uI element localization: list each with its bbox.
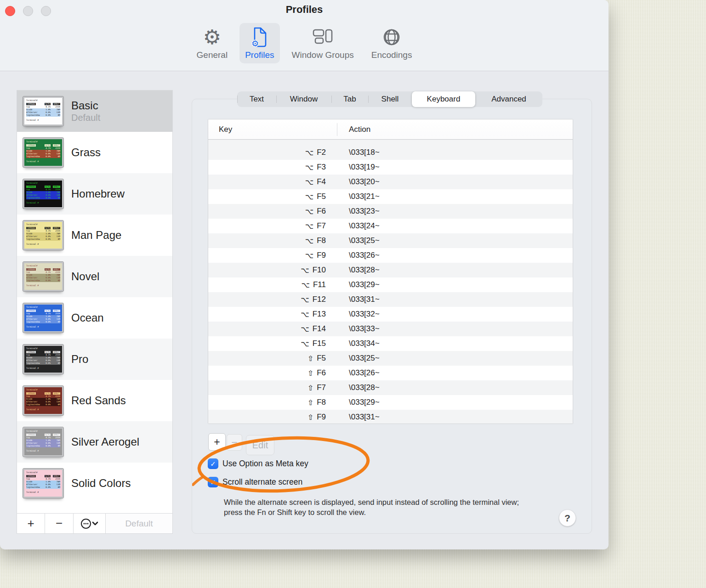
key-label: F15 xyxy=(313,339,326,348)
set-default-button[interactable]: Default xyxy=(106,514,172,533)
profile-list-item[interactable]: Terminal# COMMAND %CPU RPRVT top4.1%231K… xyxy=(17,256,172,297)
key-label: F13 xyxy=(313,310,326,319)
table-header: Key Action xyxy=(208,119,573,140)
key-binding-row[interactable]: ⌥ F11 \033[29~ xyxy=(208,277,573,292)
add-profile-button[interactable]: + xyxy=(17,514,45,533)
key-binding-row[interactable]: ⌥ F9 \033[26~ xyxy=(208,248,573,263)
key-binding-row[interactable]: ⌥ F7 \033[24~ xyxy=(208,219,573,233)
toolbar-item-general[interactable]: ⚙ General xyxy=(191,23,233,63)
modifier-key-icon: ⌥ xyxy=(301,310,309,319)
tab[interactable]: Text xyxy=(237,91,276,107)
modifier-key-icon: ⌥ xyxy=(305,207,313,216)
profile-list-item[interactable]: Terminal# COMMAND %CPU RPRVT top4.1%231K… xyxy=(17,421,172,463)
action-value: \033[21~ xyxy=(337,192,380,201)
help-button[interactable]: ? xyxy=(559,509,576,526)
modifier-key-icon: ⌥ xyxy=(301,295,309,304)
tab[interactable]: Window xyxy=(276,91,331,107)
key-binding-row[interactable]: ⇧ F5 \033[25~ xyxy=(208,351,573,366)
toolbar-item-label: Window Groups xyxy=(292,50,354,60)
key-binding-row[interactable]: ⌥ F12 \033[31~ xyxy=(208,292,573,307)
key-label: F4 xyxy=(317,177,326,187)
profile-thumbnail: Terminal# COMMAND %CPU RPRVT top4.1%231K… xyxy=(23,303,63,333)
scroll-alternate-screen-row: Scroll alternate screen xyxy=(208,477,302,487)
key-label: F2 xyxy=(317,148,326,157)
profile-list-item[interactable]: Terminal# COMMAND %CPU RPRVT top4.1%231K… xyxy=(17,132,172,173)
profile-thumbnail: Terminal# COMMAND %CPU RPRVT top4.1%231K… xyxy=(23,469,63,498)
profile-list-item[interactable]: Terminal# COMMAND %CPU RPRVT top4.1%231K… xyxy=(17,173,172,215)
remove-profile-button[interactable]: − xyxy=(45,514,74,533)
modifier-key-icon: ⌥ xyxy=(301,325,309,334)
tab[interactable]: Keyboard xyxy=(412,91,475,107)
profile-name: Solid Colors xyxy=(71,477,131,490)
clipped-row xyxy=(208,140,573,145)
keyboard-settings-panel: Key Action ⌥ F2 \033[18~ xyxy=(192,99,592,534)
checkbox-label: Scroll alternate screen xyxy=(222,477,302,487)
key-binding-row[interactable]: ⇧ F9 \033[31~ xyxy=(208,410,573,424)
key-binding-row[interactable]: ⌥ F8 \033[25~ xyxy=(208,233,573,248)
toolbar-item-window-groups[interactable]: Window Groups xyxy=(286,23,359,63)
key-binding-row[interactable]: ⌥ F5 \033[21~ xyxy=(208,189,573,204)
window-title: Profiles xyxy=(0,4,609,16)
key-binding-row[interactable]: ⇧ F6 \033[26~ xyxy=(208,366,573,380)
profile-list-item[interactable]: Terminal# COMMAND %CPU RPRVT top4.1%231K… xyxy=(17,215,172,256)
key-binding-row[interactable]: ⌥ F2 \033[18~ xyxy=(208,145,573,160)
column-header-key: Key xyxy=(208,125,337,134)
key-binding-row[interactable]: ⌥ F3 \033[19~ xyxy=(208,160,573,175)
tab[interactable]: Advanced xyxy=(475,91,542,107)
modifier-key-icon: ⌥ xyxy=(305,222,313,231)
key-binding-row[interactable]: ⌥ F10 \033[28~ xyxy=(208,263,573,277)
alternate-screen-help-text: While the alternate screen is displayed,… xyxy=(224,498,532,517)
profile-name: Novel xyxy=(71,270,99,283)
key-binding-row[interactable]: ⇧ F8 \033[29~ xyxy=(208,395,573,410)
modifier-key-icon: ⌥ xyxy=(305,192,313,201)
more-options-icon xyxy=(80,518,99,529)
profile-name: Ocean xyxy=(71,311,104,324)
key-binding-row[interactable]: ⇧ F7 \033[28~ xyxy=(208,380,573,395)
action-value: \033[31~ xyxy=(337,413,380,422)
key-binding-row[interactable]: ⌥ F4 \033[20~ xyxy=(208,175,573,189)
action-value: \033[19~ xyxy=(337,163,380,172)
profile-list-item[interactable]: Terminal# COMMAND %CPU RPRVT top4.1%231K… xyxy=(17,90,172,132)
key-binding-row[interactable]: ⌥ F15 \033[34~ xyxy=(208,336,573,351)
scroll-alternate-screen-checkbox[interactable] xyxy=(208,477,218,487)
key-binding-row[interactable]: ⌥ F14 \033[33~ xyxy=(208,322,573,336)
key-label: F8 xyxy=(317,236,326,245)
action-value: \033[25~ xyxy=(337,236,380,245)
profile-thumbnail: Terminal# COMMAND %CPU RPRVT top4.1%231K… xyxy=(23,345,63,374)
svg-text:⚙: ⚙ xyxy=(251,39,259,48)
profile-name: Pro xyxy=(71,353,88,366)
modifier-key-icon: ⌥ xyxy=(301,339,309,348)
tab[interactable]: Shell xyxy=(368,91,412,107)
profile-default-badge: Default xyxy=(71,113,100,123)
profile-list-item[interactable]: Terminal# COMMAND %CPU RPRVT top4.1%231K… xyxy=(17,297,172,339)
action-value: \033[28~ xyxy=(337,266,380,275)
titlebar: Profiles ⚙ General ⚙ Profiles xyxy=(0,0,609,71)
action-value: \033[20~ xyxy=(337,177,380,187)
profile-tabs: Text Window Tab Shell Keyboard Advanced xyxy=(237,91,542,107)
key-label: F6 xyxy=(317,207,326,216)
tab[interactable]: Tab xyxy=(331,91,368,107)
more-options-button[interactable] xyxy=(74,514,106,533)
key-binding-row[interactable]: ⌥ F13 \033[32~ xyxy=(208,307,573,322)
action-value: \033[28~ xyxy=(337,383,380,392)
action-value: \033[31~ xyxy=(337,295,380,304)
profile-list-item[interactable]: Terminal# COMMAND %CPU RPRVT top4.1%231K… xyxy=(17,463,172,504)
use-option-as-meta-row: Use Option as Meta key xyxy=(208,458,308,469)
profile-list-item[interactable]: Terminal# COMMAND %CPU RPRVT top4.1%231K… xyxy=(17,380,172,421)
window-groups-icon xyxy=(312,25,333,49)
profile-name: Man Page xyxy=(71,229,121,242)
toolbar-item-encodings[interactable]: Encodings xyxy=(366,23,418,63)
toolbar-item-profiles[interactable]: ⚙ Profiles xyxy=(239,23,279,63)
modifier-key-icon: ⇧ xyxy=(307,384,313,392)
modifier-key-icon: ⇧ xyxy=(307,354,313,363)
profile-thumbnail: Terminal# COMMAND %CPU RPRVT top4.1%231K… xyxy=(23,138,63,167)
key-binding-row[interactable]: ⌥ F6 \033[23~ xyxy=(208,204,573,219)
profile-list-item[interactable]: Terminal# COMMAND %CPU RPRVT top4.1%231K… xyxy=(17,339,172,380)
remove-binding-button[interactable]: − xyxy=(227,434,242,451)
add-binding-button[interactable]: + xyxy=(208,433,226,451)
action-value: \033[25~ xyxy=(337,354,380,363)
key-label: F10 xyxy=(313,266,326,275)
edit-binding-button[interactable]: Edit xyxy=(246,435,274,455)
use-option-as-meta-checkbox[interactable] xyxy=(208,458,218,469)
gear-icon: ⚙ xyxy=(203,25,221,49)
